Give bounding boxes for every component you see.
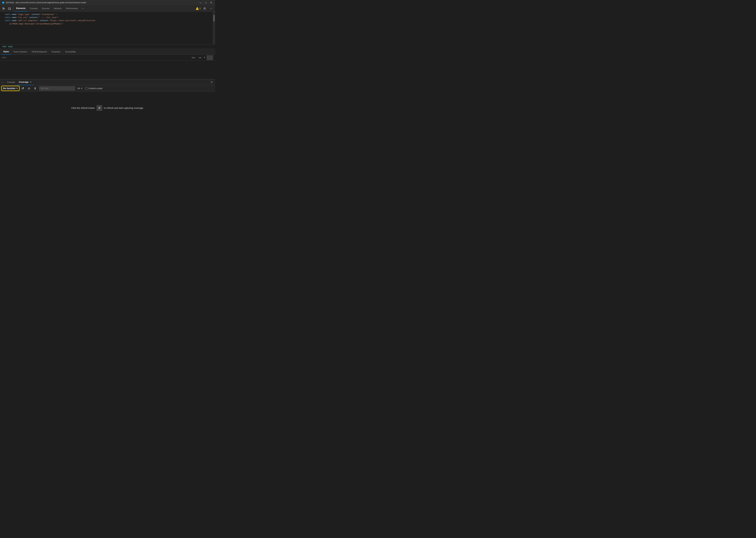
tab-dom-breakpoints[interactable]: DOM Breakpoints: [30, 49, 49, 55]
tab-styles[interactable]: Styles: [1, 49, 11, 55]
edge-icon: [2, 1, 5, 4]
title-bar-controls: — □ ✕: [199, 1, 213, 5]
html-line-2: <meta name="toc_rel" content="../../toc.…: [2, 16, 213, 19]
content-scripts-label: Content scripts: [88, 87, 102, 89]
toolbar-right: ⚠️ 6 ⋯: [196, 6, 214, 11]
color-swatch: [207, 55, 213, 60]
inspect-element-icon-btn[interactable]: [1, 6, 7, 11]
per-function-label: Per function: [3, 87, 15, 89]
svg-point-4: [204, 7, 205, 9]
coverage-toolbar: Per function ▼ ↺ ⊘ ⬇ All ▼: [0, 85, 215, 92]
url-filter-input[interactable]: [39, 86, 75, 90]
profile-icon-btn[interactable]: [202, 6, 207, 11]
warning-icon: ⚠️: [196, 7, 199, 10]
add-style-button[interactable]: +: [203, 56, 205, 59]
coverage-message-suffix: to refresh and start capturing coverage.: [104, 107, 144, 109]
html-code-view: <meta name="page_type" content="conceptu…: [0, 12, 215, 44]
main-toolbar: Elements Console Sources Network Perform…: [0, 5, 215, 12]
tab-network[interactable]: Network: [52, 5, 64, 12]
tab-performance[interactable]: Performance: [64, 5, 80, 12]
drawer-close-button[interactable]: ✕: [209, 80, 214, 84]
elements-html-panel: <meta name="page_type" content="conceptu…: [0, 12, 215, 79]
coverage-empty-state: Click the refresh button ↺ to refresh an…: [0, 92, 215, 124]
tab-properties[interactable]: Properties: [50, 49, 63, 55]
hov-button[interactable]: :hov: [190, 56, 196, 59]
title-bar-text: DevTools - docs.microsoft.com/en-us/micr…: [6, 1, 197, 4]
device-emulation-icon-btn[interactable]: [7, 6, 12, 11]
main-area: <meta name="page_type" content="conceptu…: [0, 12, 215, 147]
breadcrumb-html[interactable]: html: [2, 45, 7, 48]
coverage-message-prefix: Click the refresh button: [71, 107, 95, 109]
breadcrumb-body[interactable]: body: [8, 45, 13, 48]
tab-more[interactable]: »: [80, 5, 85, 12]
tab-accessibility[interactable]: Accessibility: [63, 49, 78, 55]
toolbar-separator: [13, 7, 13, 10]
title-bar: DevTools - docs.microsoft.com/en-us/micr…: [0, 0, 215, 5]
tab-console-bottom[interactable]: Console: [5, 79, 17, 85]
inline-refresh-button[interactable]: ↺: [96, 105, 102, 111]
all-filter-dropdown[interactable]: All ▼: [77, 87, 83, 90]
stop-coverage-button[interactable]: ⊘: [27, 86, 31, 91]
content-scripts-checkbox[interactable]: [85, 87, 87, 89]
content-scripts-checkbox-label[interactable]: Content scripts: [85, 87, 102, 89]
cls-button[interactable]: .cls: [197, 56, 202, 59]
settings-icon-btn[interactable]: ⋯: [209, 6, 214, 11]
all-label: All: [78, 87, 80, 89]
bottom-drawer: ⋯ Console Coverage ✕ ✕ Per function ▼ ↺ …: [0, 79, 215, 147]
dropdown-arrow-icon: ▼: [16, 87, 18, 89]
per-function-dropdown[interactable]: Per function ▼: [2, 86, 19, 90]
warning-count: 6: [199, 7, 201, 10]
bottom-tabs-bar: ⋯ Console Coverage ✕ ✕: [0, 79, 215, 85]
minimize-button[interactable]: —: [199, 1, 203, 5]
maximize-button[interactable]: □: [204, 1, 208, 5]
styles-filter-bar: :hov .cls +: [0, 55, 215, 61]
tab-coverage[interactable]: Coverage ✕: [17, 79, 34, 85]
html-line-3: <meta name="pdf_url_template" content="h…: [2, 19, 213, 26]
tab-console[interactable]: Console: [28, 5, 40, 12]
styles-panel-tabs: Styles Event Listeners DOM Breakpoints P…: [0, 49, 215, 55]
close-button[interactable]: ✕: [209, 1, 213, 5]
tab-event-listeners[interactable]: Event Listeners: [12, 49, 29, 55]
reload-coverage-button[interactable]: ↺: [21, 86, 25, 91]
coverage-close-icon[interactable]: ✕: [29, 81, 32, 83]
filter-input[interactable]: [2, 57, 189, 59]
coverage-label: Coverage: [19, 81, 28, 83]
all-arrow-icon: ▼: [81, 87, 82, 89]
tab-sources[interactable]: Sources: [40, 5, 52, 12]
download-coverage-button[interactable]: ⬇: [33, 86, 37, 91]
more-tabs-icon[interactable]: ⋯: [1, 81, 5, 84]
html-line-1: <meta name="page_type" content="conceptu…: [2, 13, 213, 16]
warning-badge[interactable]: ⚠️ 6: [196, 7, 201, 10]
breadcrumb: html body: [0, 44, 215, 49]
tab-elements[interactable]: Elements: [14, 5, 27, 12]
